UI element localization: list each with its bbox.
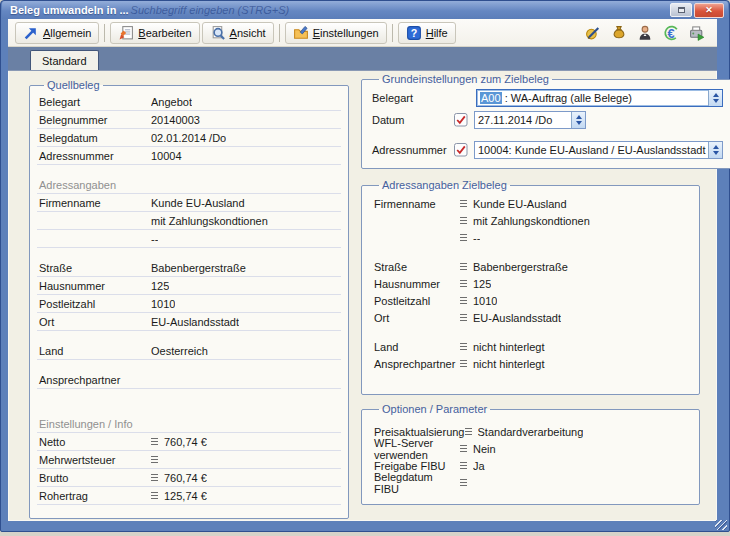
spinner-button[interactable] [708,90,722,106]
field-label: Firmenname [39,197,151,209]
tab-standard[interactable]: Standard [30,50,99,70]
table-row: Adressangaben [37,176,341,194]
table-row: Hausnummer 125 [37,277,341,295]
table-row: Land Oesterreich [37,342,341,360]
field-label: Belegart [39,96,151,108]
grid-bullet-icon [460,280,467,287]
toolbar-button-einstellungen[interactable]: Einstellungen [285,22,387,44]
grid-bullet-icon [460,314,467,321]
field-value: 125 [473,278,491,290]
field-value: 20140003 [151,114,200,126]
field-value: EU-Auslandsstadt [473,312,561,324]
field-value: -- [473,232,480,244]
grid-bullet-icon [151,474,158,481]
right-column: Grundeinstellungen zum Zielbeleg Belegar… [361,73,700,505]
person-icon[interactable] [637,25,653,41]
table-row: Ort EU-Auslandsstadt [372,309,689,326]
field-value: Babenbergerstraße [473,261,568,273]
group-title: Grundeinstellungen zum Zielbeleg [379,73,552,85]
print-export-icon[interactable] [689,25,705,41]
spinner-button[interactable] [571,112,585,128]
toolbar-button-ansicht[interactable]: Ansicht [202,22,274,44]
table-row: Netto 760,74 € [37,433,341,451]
group-adressangaben-zielbeleg: Adressangaben Zielbeleg Firmenname Kunde… [361,179,700,395]
datum-value: 27.11.2014 /Do [475,114,571,126]
toolbar-button-allgemein[interactable]: Allgemein [15,22,99,44]
field-value: 760,74 € [164,472,207,484]
table-row [37,165,341,176]
table-row [37,389,341,415]
datum-field[interactable]: 27.11.2014 /Do [474,111,586,129]
field-label: Belegdatum FIBU [374,471,460,495]
table-row: Einstellungen / Info [37,415,341,433]
toolbar-label: Allgemein [43,27,91,39]
toolbar-separator [104,24,105,42]
adressnummer-check-icon[interactable] [454,143,468,157]
table-row: Straße Babenbergerstraße [372,258,689,275]
field-value: nicht hinterlegt [473,341,545,353]
grid-bullet-icon [460,360,467,367]
dialog-window: Beleg umwandeln in ... Suchbegriff einge… [0,0,730,532]
money-bag-icon[interactable] [611,25,627,41]
field-label: Straße [374,261,460,273]
edit-note-icon [118,25,134,41]
field-label: Land [39,345,151,357]
field-value: 10004 [151,150,182,162]
table-row: Belegdatum 02.01.2014 /Do [37,129,341,147]
table-row: Brutto 760,74 € [37,469,341,487]
datum-check-icon[interactable] [454,113,468,127]
field-label: Land [374,341,460,353]
table-row: Belegnummer 20140003 [37,111,341,129]
group-title: Adressangaben Zielbeleg [379,179,510,191]
field-value: mit Zahlungskondtionen [473,215,590,227]
table-row: Hausnummer 125 [372,275,689,292]
field-label: Adressnummer [39,150,151,162]
field-label: Adressangaben [39,179,151,191]
belegart-text: : WA-Auftrag (alle Belege) [502,92,632,104]
resize-grip[interactable] [715,520,727,530]
table-row: Firmenname Kunde EU-Ausland [37,194,341,212]
main-content: Quellbeleg Belegart Angebot Belegnummer … [8,71,717,520]
field-label: Postleitzahl [374,295,460,307]
field-value: mit Zahlungskondtionen [151,215,268,227]
field-value: Ja [473,460,485,472]
field-value: Kunde EU-Ausland [473,198,567,210]
pen-coin-icon[interactable] [585,25,601,41]
magnifier-icon [210,25,226,41]
field-label: Postleitzahl [39,298,151,310]
optionen-rows: Preisaktualsierung Standardverarbeitung … [372,423,689,491]
euro-icon[interactable]: € [663,25,679,41]
field-label: Brutto [39,472,151,484]
grid-bullet-icon [460,462,467,469]
grid-bullet-icon [460,217,467,224]
restore-button[interactable] [670,3,692,17]
grid-bullet-icon [151,492,158,499]
adressnummer-select[interactable]: 10004: Kunde EU-Ausland / EU-Auslandssta… [474,141,723,159]
table-row: Mehrwertsteuer [37,451,341,469]
field-label: Einstellungen / Info [39,418,151,430]
grid-bullet-icon [151,456,158,463]
toolbar-right-icons: € [585,25,711,41]
help-icon: ? [406,25,422,41]
table-row: Rohertrag 125,74 € [37,487,341,505]
spinner-button[interactable] [708,142,722,158]
group-quellbeleg: Quellbeleg Belegart Angebot Belegnummer … [29,79,349,519]
titlebar[interactable]: Beleg umwandeln in ... Suchbegriff einge… [2,1,728,19]
toolbar-button-bearbeiten[interactable]: Bearbeiten [110,22,199,44]
field-label: Netto [39,436,151,448]
field-label: Mehrwertsteuer [39,454,151,466]
toolbar-label: Hilfe [426,27,448,39]
field-value: 125 [151,280,169,292]
toolbar-separator [279,24,280,42]
close-button[interactable]: ✕ [694,3,724,18]
field-value: 125,74 € [164,490,207,502]
field-label: Ort [374,312,460,324]
toolbar-button-hilfe[interactable]: ? Hilfe [398,22,456,44]
grid-bullet-icon [460,263,467,270]
belegart-select[interactable]: A00 : WA-Auftrag (alle Belege) [476,89,723,107]
toolbar-separator [392,24,393,42]
field-label: Belegdatum [39,132,151,144]
group-title: Quellbeleg [44,79,103,91]
adressnummer-value: 10004: Kunde EU-Ausland / EU-Auslandssta… [475,144,708,156]
grid-bullet-icon [460,343,467,350]
